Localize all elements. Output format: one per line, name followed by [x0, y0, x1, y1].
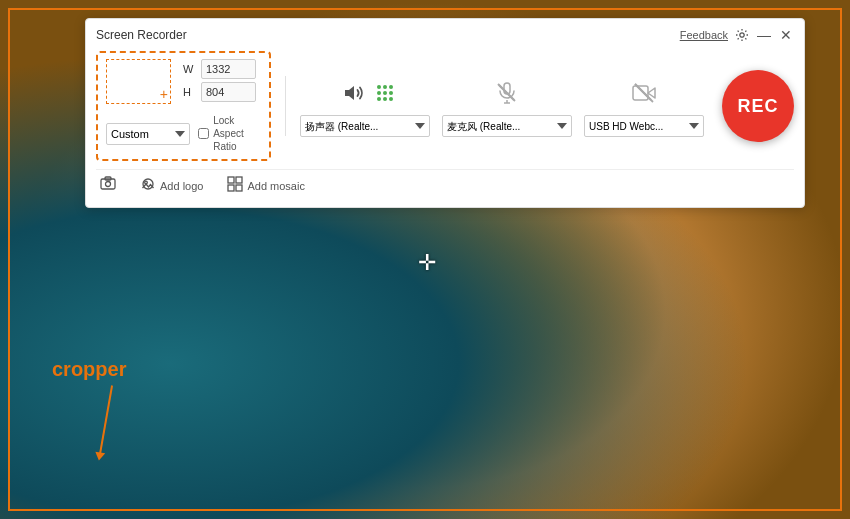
lock-ratio-control: Lock AspectRatio: [198, 114, 261, 153]
svg-rect-16: [236, 185, 242, 191]
audio-level-dots: [377, 85, 393, 101]
panel-title: Screen Recorder: [96, 28, 187, 42]
rec-button[interactable]: REC: [722, 70, 794, 142]
width-input[interactable]: [201, 59, 256, 79]
speaker-select[interactable]: 扬声器 (Realte...: [300, 115, 430, 137]
add-mosaic-label: Add mosaic: [247, 180, 304, 192]
speaker-button[interactable]: [337, 75, 373, 111]
move-cursor-icon: ✛: [418, 250, 442, 274]
region-dimensions: W H: [183, 59, 256, 102]
region-preview-plus-icon: +: [160, 87, 168, 101]
divider-1: [285, 76, 286, 136]
mic-icon: [495, 81, 519, 105]
lock-ratio-checkbox[interactable]: [198, 128, 209, 139]
svg-rect-15: [228, 185, 234, 191]
add-mosaic-button[interactable]: Add mosaic: [223, 174, 308, 197]
screen-recorder-panel: Screen Recorder Feedback — ✕ +: [85, 18, 805, 208]
panel-body: + W H Custom Full Sc: [96, 51, 794, 161]
width-label: W: [183, 63, 197, 75]
mic-group: 麦克风 (Realte...: [442, 75, 572, 137]
height-input[interactable]: [201, 82, 256, 102]
svg-point-10: [106, 182, 111, 187]
feedback-link[interactable]: Feedback: [680, 29, 728, 41]
camera-icon: [632, 81, 656, 105]
speaker-icon: [343, 81, 367, 105]
svg-line-7: [635, 84, 653, 102]
svg-rect-6: [633, 86, 648, 100]
region-selector-box: + W H Custom Full Sc: [96, 51, 271, 161]
mic-select[interactable]: 麦克风 (Realte...: [442, 115, 572, 137]
add-mosaic-icon: [227, 176, 243, 195]
mic-button[interactable]: [489, 75, 525, 111]
av-section: 扬声器 (Realte...: [300, 75, 704, 137]
camera-button[interactable]: [626, 75, 662, 111]
camera-group: USB HD Webc...: [584, 75, 704, 137]
width-row: W: [183, 59, 256, 79]
camera-select[interactable]: USB HD Webc...: [584, 115, 704, 137]
svg-rect-13: [228, 177, 234, 183]
screenshot-icon: [100, 176, 116, 195]
region-preview[interactable]: +: [106, 59, 171, 104]
cropper-label: cropper: [52, 358, 126, 381]
speaker-group: 扬声器 (Realte...: [300, 75, 430, 137]
svg-line-5: [499, 85, 515, 101]
gear-icon: [735, 28, 749, 42]
add-logo-button[interactable]: Add logo: [136, 174, 207, 197]
minimize-button[interactable]: —: [756, 27, 772, 43]
svg-marker-1: [345, 86, 354, 100]
svg-point-11: [143, 179, 153, 189]
svg-rect-14: [236, 177, 242, 183]
svg-rect-2: [504, 83, 510, 94]
height-row: H: [183, 82, 256, 102]
preset-select[interactable]: Custom Full Screen 1920×1080 1280×720 64…: [106, 123, 190, 145]
add-logo-icon: [140, 176, 156, 195]
panel-controls: Feedback — ✕: [680, 27, 794, 43]
panel-footer: Add logo Add mosaic: [96, 169, 794, 197]
screenshot-button[interactable]: [96, 174, 120, 197]
rec-label: REC: [737, 96, 778, 117]
panel-titlebar: Screen Recorder Feedback — ✕: [96, 27, 794, 43]
height-label: H: [183, 86, 197, 98]
add-logo-label: Add logo: [160, 180, 203, 192]
settings-button[interactable]: [734, 27, 750, 43]
close-button[interactable]: ✕: [778, 27, 794, 43]
lock-ratio-label: Lock AspectRatio: [213, 114, 261, 153]
svg-point-0: [740, 33, 744, 37]
